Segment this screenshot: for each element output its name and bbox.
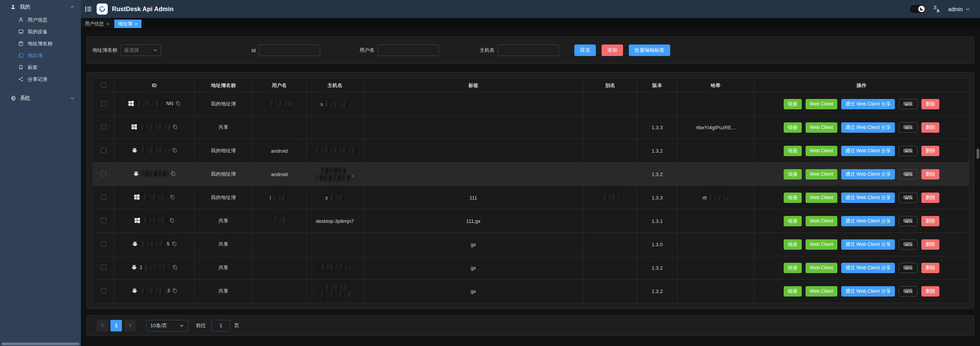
hostname-input[interactable]	[498, 44, 559, 56]
link-button[interactable]: 链接	[784, 193, 802, 203]
page-1-button[interactable]: 1	[110, 320, 122, 331]
edit-button[interactable]: 编辑	[899, 216, 918, 226]
web-client-button[interactable]: Web Client	[806, 286, 837, 297]
delete-button[interactable]: 删除	[921, 169, 939, 180]
select-all-checkbox[interactable]	[101, 82, 106, 87]
tab-user-info[interactable]: 用户信息×	[81, 20, 113, 28]
id-input[interactable]	[259, 44, 320, 56]
device-id: 3	[132, 288, 177, 294]
next-page-button[interactable]	[124, 320, 136, 331]
edit-button[interactable]: 编辑	[899, 122, 918, 133]
username-input[interactable]	[378, 44, 439, 56]
cell-version: 1.3.2	[637, 256, 677, 280]
row-checkbox[interactable]	[101, 288, 106, 293]
row-checkbox[interactable]	[101, 148, 106, 153]
share-web-client-button[interactable]: 通过 Web Client 分享	[841, 216, 895, 226]
row-checkbox[interactable]	[101, 241, 106, 247]
delete-button[interactable]: 删除	[921, 216, 939, 226]
copy-icon[interactable]	[171, 171, 176, 176]
link-button[interactable]: 链接	[784, 146, 802, 156]
web-client-button[interactable]: Web Client	[806, 122, 837, 133]
filter-button[interactable]: 筛选	[574, 44, 596, 56]
row-checkbox[interactable]	[101, 218, 106, 223]
web-client-button[interactable]: Web Client	[806, 193, 837, 203]
addressbook-name-label: 地址簿名称	[92, 47, 117, 54]
sidebar-group-my[interactable]: 我的	[0, 0, 81, 14]
page-size-select[interactable]: 10条/页	[146, 320, 188, 331]
delete-button[interactable]: 删除	[921, 286, 939, 297]
user-menu[interactable]: admin	[948, 6, 970, 12]
copy-icon[interactable]	[173, 124, 178, 129]
sidebar-item-my-devices[interactable]: 我的设备	[0, 26, 81, 38]
sidebar-item-system[interactable]: 系统	[0, 91, 81, 105]
row-checkbox[interactable]	[101, 265, 106, 270]
copy-icon[interactable]	[169, 218, 174, 223]
web-client-button[interactable]: Web Client	[806, 99, 837, 109]
link-button[interactable]: 链接	[784, 122, 802, 133]
edit-button[interactable]: 编辑	[899, 239, 918, 250]
share-web-client-button[interactable]: 通过 Web Client 分享	[841, 99, 895, 109]
batch-edit-tags-button[interactable]: 批量编辑标签	[629, 44, 670, 56]
copy-icon[interactable]	[172, 241, 177, 246]
delete-button[interactable]: 删除	[921, 263, 939, 273]
row-checkbox[interactable]	[101, 124, 106, 130]
link-button[interactable]: 链接	[784, 99, 802, 109]
language-icon[interactable]: 文A	[933, 5, 941, 13]
copy-icon[interactable]	[173, 265, 178, 270]
link-button[interactable]: 链接	[784, 169, 802, 180]
edit-button[interactable]: 编辑	[899, 99, 918, 109]
prev-page-button[interactable]	[97, 320, 108, 331]
web-client-button[interactable]: Web Client	[806, 146, 837, 156]
sidebar-item-tags[interactable]: 标签	[0, 61, 81, 73]
theme-toggle-knob	[918, 6, 925, 12]
delete-button[interactable]: 删除	[921, 193, 939, 203]
copy-icon[interactable]	[172, 288, 177, 293]
delete-button[interactable]: 删除	[921, 99, 939, 109]
edit-button[interactable]: 编辑	[899, 286, 918, 297]
delete-button[interactable]: 删除	[921, 146, 939, 156]
share-web-client-button[interactable]: 通过 Web Client 分享	[841, 263, 895, 273]
web-client-button[interactable]: Web Client	[806, 169, 837, 180]
close-icon[interactable]: ×	[106, 21, 109, 26]
edit-button[interactable]: 编辑	[899, 169, 918, 180]
link-button[interactable]: 链接	[784, 263, 802, 273]
add-button[interactable]: 添加	[602, 44, 623, 56]
row-checkbox[interactable]	[101, 171, 106, 176]
sidebar-item-addressbook[interactable]: 地址簿	[0, 49, 81, 61]
share-web-client-button[interactable]: 通过 Web Client 分享	[841, 286, 895, 297]
link-button[interactable]: 链接	[784, 286, 802, 297]
share-web-client-button[interactable]: 通过 Web Client 分享	[841, 239, 895, 250]
row-checkbox[interactable]	[101, 194, 106, 200]
sidebar-item-user-info[interactable]: 用户信息	[0, 14, 81, 26]
share-web-client-button[interactable]: 通过 Web Client 分享	[841, 169, 895, 180]
fold-menu-icon[interactable]	[84, 5, 92, 13]
edit-button[interactable]: 编辑	[899, 263, 918, 273]
link-button[interactable]: 链接	[784, 216, 802, 226]
tab-addressbook[interactable]: 地址簿×	[114, 20, 141, 28]
delete-button[interactable]: 删除	[921, 122, 939, 133]
web-client-button[interactable]: Web Client	[806, 263, 837, 273]
sidebar-item-addressbook-names[interactable]: 地址簿名称	[0, 38, 81, 49]
goto-page-input[interactable]	[211, 320, 230, 331]
sidebar-item-share-records[interactable]: 分享记录	[0, 73, 81, 85]
share-web-client-button[interactable]: 通过 Web Client 分享	[841, 146, 895, 156]
web-client-button[interactable]: Web Client	[806, 239, 837, 250]
device-id-text: 1	[140, 264, 170, 270]
sidebar-scrollbar-thumb[interactable]	[2, 343, 79, 345]
close-icon[interactable]: ×	[135, 21, 138, 26]
row-checkbox[interactable]	[101, 101, 106, 106]
copy-icon[interactable]	[176, 101, 181, 106]
share-web-client-button[interactable]: 通过 Web Client 分享	[841, 193, 895, 203]
share-web-client-button[interactable]: 通过 Web Client 分享	[841, 122, 895, 133]
link-button[interactable]: 链接	[784, 239, 802, 250]
edit-button[interactable]: 编辑	[899, 146, 918, 156]
copy-icon[interactable]	[170, 194, 175, 199]
theme-toggle[interactable]	[910, 5, 926, 13]
delete-button[interactable]: 删除	[921, 239, 939, 250]
addressbook-name-select[interactable]: 请选择	[120, 44, 161, 56]
copy-icon[interactable]	[172, 148, 177, 153]
page-scrollbar-thumb[interactable]	[977, 149, 979, 159]
web-client-button[interactable]: Web Client	[806, 216, 837, 226]
gear-icon	[10, 95, 16, 101]
edit-button[interactable]: 编辑	[899, 193, 918, 203]
